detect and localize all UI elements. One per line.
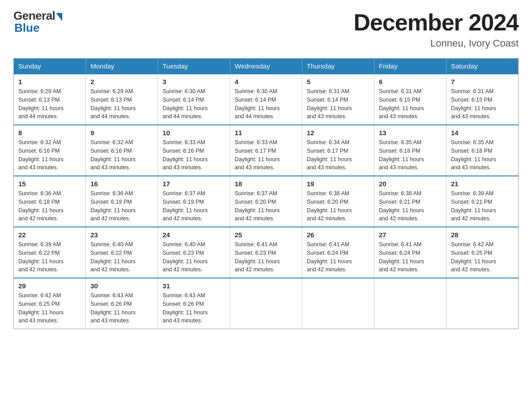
calendar-cell: 20Sunrise: 6:38 AMSunset: 6:21 PMDayligh… — [374, 176, 446, 227]
calendar-cell: 31Sunrise: 6:43 AMSunset: 6:26 PMDayligh… — [158, 278, 230, 329]
day-number: 18 — [235, 180, 297, 188]
day-number: 2 — [90, 78, 153, 86]
day-number: 19 — [307, 180, 369, 188]
day-info: Sunrise: 6:42 AMSunset: 6:25 PMDaylight:… — [18, 291, 81, 325]
day-number: 8 — [18, 129, 81, 137]
day-info: Sunrise: 6:32 AMSunset: 6:16 PMDaylight:… — [18, 138, 81, 172]
day-info: Sunrise: 6:29 AMSunset: 6:13 PMDaylight:… — [90, 87, 153, 121]
title-section: December 2024 Lonneu, Ivory Coast — [353, 9, 519, 49]
calendar-week-row: 8Sunrise: 6:32 AMSunset: 6:16 PMDaylight… — [14, 125, 519, 176]
day-number: 31 — [163, 282, 225, 290]
day-info: Sunrise: 6:29 AMSunset: 6:13 PMDaylight:… — [18, 87, 81, 121]
column-header-friday: Friday — [374, 59, 446, 74]
day-number: 5 — [307, 78, 369, 86]
day-info: Sunrise: 6:42 AMSunset: 6:25 PMDaylight:… — [451, 240, 514, 274]
calendar-week-row: 15Sunrise: 6:36 AMSunset: 6:18 PMDayligh… — [14, 176, 519, 227]
day-info: Sunrise: 6:38 AMSunset: 6:20 PMDaylight:… — [307, 189, 369, 223]
day-info: Sunrise: 6:35 AMSunset: 6:18 PMDaylight:… — [379, 138, 442, 172]
day-number: 12 — [307, 129, 369, 137]
day-info: Sunrise: 6:30 AMSunset: 6:14 PMDaylight:… — [235, 87, 297, 121]
calendar-cell: 25Sunrise: 6:41 AMSunset: 6:23 PMDayligh… — [230, 227, 302, 278]
day-info: Sunrise: 6:38 AMSunset: 6:21 PMDaylight:… — [379, 189, 442, 223]
calendar-table: SundayMondayTuesdayWednesdayThursdayFrid… — [13, 58, 519, 329]
calendar-cell: 4Sunrise: 6:30 AMSunset: 6:14 PMDaylight… — [230, 74, 302, 125]
day-number: 10 — [163, 129, 225, 137]
month-title: December 2024 — [353, 9, 519, 36]
column-header-saturday: Saturday — [446, 59, 519, 74]
day-number: 3 — [163, 78, 225, 86]
calendar-cell: 21Sunrise: 6:39 AMSunset: 6:21 PMDayligh… — [446, 176, 519, 227]
calendar-cell: 1Sunrise: 6:29 AMSunset: 6:13 PMDaylight… — [14, 74, 86, 125]
column-header-sunday: Sunday — [14, 59, 86, 74]
day-info: Sunrise: 6:41 AMSunset: 6:24 PMDaylight:… — [307, 240, 369, 274]
calendar-cell: 27Sunrise: 6:41 AMSunset: 6:24 PMDayligh… — [374, 227, 446, 278]
day-info: Sunrise: 6:41 AMSunset: 6:23 PMDaylight:… — [235, 240, 297, 274]
day-number: 14 — [451, 129, 514, 137]
calendar-cell: 11Sunrise: 6:33 AMSunset: 6:17 PMDayligh… — [230, 125, 302, 176]
day-number: 9 — [90, 129, 153, 137]
calendar-cell: 9Sunrise: 6:32 AMSunset: 6:16 PMDaylight… — [86, 125, 158, 176]
day-number: 21 — [451, 180, 514, 188]
calendar-cell: 17Sunrise: 6:37 AMSunset: 6:19 PMDayligh… — [158, 176, 230, 227]
column-header-tuesday: Tuesday — [158, 59, 230, 74]
day-info: Sunrise: 6:41 AMSunset: 6:24 PMDaylight:… — [379, 240, 442, 274]
calendar-cell: 22Sunrise: 6:39 AMSunset: 6:22 PMDayligh… — [14, 227, 86, 278]
logo-arrow-icon — [56, 13, 62, 21]
column-header-wednesday: Wednesday — [230, 59, 302, 74]
day-number: 27 — [379, 231, 442, 239]
day-info: Sunrise: 6:31 AMSunset: 6:15 PMDaylight:… — [451, 87, 514, 121]
calendar-cell: 18Sunrise: 6:37 AMSunset: 6:20 PMDayligh… — [230, 176, 302, 227]
day-number: 23 — [90, 231, 153, 239]
day-info: Sunrise: 6:33 AMSunset: 6:17 PMDaylight:… — [235, 138, 297, 172]
day-info: Sunrise: 6:43 AMSunset: 6:26 PMDaylight:… — [90, 291, 153, 325]
calendar-cell: 3Sunrise: 6:30 AMSunset: 6:14 PMDaylight… — [158, 74, 230, 125]
calendar-cell: 23Sunrise: 6:40 AMSunset: 6:22 PMDayligh… — [86, 227, 158, 278]
day-info: Sunrise: 6:36 AMSunset: 6:18 PMDaylight:… — [18, 189, 81, 223]
day-number: 25 — [235, 231, 297, 239]
calendar-cell — [302, 278, 374, 329]
calendar-cell: 19Sunrise: 6:38 AMSunset: 6:20 PMDayligh… — [302, 176, 374, 227]
day-number: 6 — [379, 78, 442, 86]
day-number: 20 — [379, 180, 442, 188]
day-info: Sunrise: 6:43 AMSunset: 6:26 PMDaylight:… — [163, 291, 225, 325]
calendar-cell: 24Sunrise: 6:40 AMSunset: 6:23 PMDayligh… — [158, 227, 230, 278]
calendar-cell — [446, 278, 519, 329]
day-info: Sunrise: 6:31 AMSunset: 6:15 PMDaylight:… — [379, 87, 442, 121]
day-number: 1 — [18, 78, 81, 86]
calendar-cell: 29Sunrise: 6:42 AMSunset: 6:25 PMDayligh… — [14, 278, 86, 329]
day-info: Sunrise: 6:39 AMSunset: 6:22 PMDaylight:… — [18, 240, 81, 274]
day-number: 17 — [163, 180, 225, 188]
day-info: Sunrise: 6:39 AMSunset: 6:21 PMDaylight:… — [451, 189, 514, 223]
location: Lonneu, Ivory Coast — [353, 38, 519, 49]
day-number: 16 — [90, 180, 153, 188]
day-info: Sunrise: 6:31 AMSunset: 6:14 PMDaylight:… — [307, 87, 369, 121]
calendar-cell: 30Sunrise: 6:43 AMSunset: 6:26 PMDayligh… — [86, 278, 158, 329]
calendar-cell: 14Sunrise: 6:35 AMSunset: 6:18 PMDayligh… — [446, 125, 519, 176]
day-info: Sunrise: 6:32 AMSunset: 6:16 PMDaylight:… — [90, 138, 153, 172]
day-number: 11 — [235, 129, 297, 137]
day-number: 29 — [18, 282, 81, 290]
day-number: 28 — [451, 231, 514, 239]
day-number: 15 — [18, 180, 81, 188]
column-header-thursday: Thursday — [302, 59, 374, 74]
day-number: 4 — [235, 78, 297, 86]
calendar-cell: 8Sunrise: 6:32 AMSunset: 6:16 PMDaylight… — [14, 125, 86, 176]
day-number: 7 — [451, 78, 514, 86]
calendar-cell: 7Sunrise: 6:31 AMSunset: 6:15 PMDaylight… — [446, 74, 519, 125]
day-info: Sunrise: 6:33 AMSunset: 6:16 PMDaylight:… — [163, 138, 225, 172]
calendar-cell: 2Sunrise: 6:29 AMSunset: 6:13 PMDaylight… — [86, 74, 158, 125]
calendar-cell: 12Sunrise: 6:34 AMSunset: 6:17 PMDayligh… — [302, 125, 374, 176]
calendar-cell: 28Sunrise: 6:42 AMSunset: 6:25 PMDayligh… — [446, 227, 519, 278]
day-info: Sunrise: 6:30 AMSunset: 6:14 PMDaylight:… — [163, 87, 225, 121]
calendar-cell: 16Sunrise: 6:36 AMSunset: 6:19 PMDayligh… — [86, 176, 158, 227]
calendar-cell — [230, 278, 302, 329]
calendar-cell: 10Sunrise: 6:33 AMSunset: 6:16 PMDayligh… — [158, 125, 230, 176]
day-info: Sunrise: 6:40 AMSunset: 6:22 PMDaylight:… — [90, 240, 153, 274]
calendar-cell: 15Sunrise: 6:36 AMSunset: 6:18 PMDayligh… — [14, 176, 86, 227]
logo-blue-text: Blue — [13, 21, 39, 35]
calendar-week-row: 1Sunrise: 6:29 AMSunset: 6:13 PMDaylight… — [14, 74, 519, 125]
day-info: Sunrise: 6:34 AMSunset: 6:17 PMDaylight:… — [307, 138, 369, 172]
day-number: 13 — [379, 129, 442, 137]
day-number: 30 — [90, 282, 153, 290]
day-number: 24 — [163, 231, 225, 239]
